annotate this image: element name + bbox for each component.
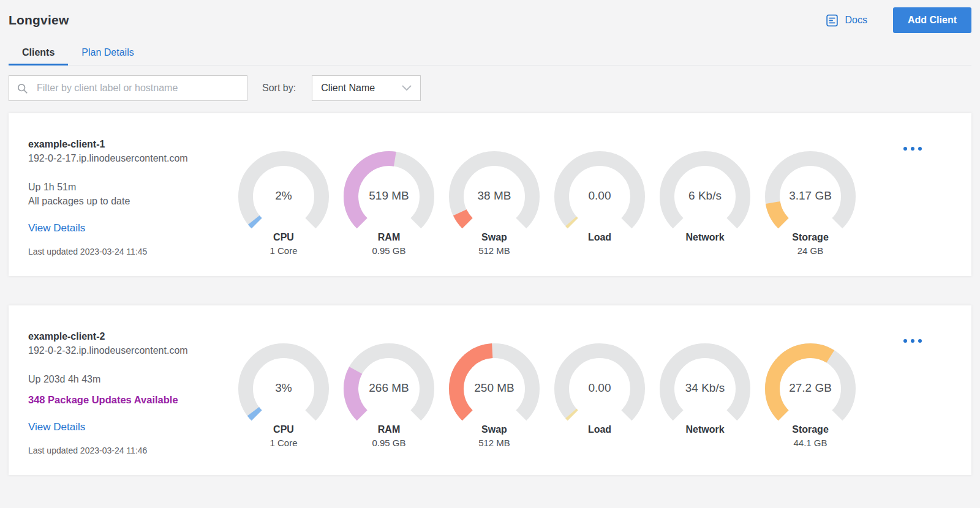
- gauge-value: 0.00: [554, 189, 646, 203]
- gauge-ram: 266 MBRAM0.95 GB: [343, 343, 435, 458]
- docs-label: Docs: [845, 15, 867, 26]
- client-name: example-client-1: [28, 137, 233, 151]
- client-last-updated: Last updated 2023-03-24 11:46: [28, 444, 233, 458]
- kebab-dot: [918, 147, 922, 151]
- client-packages: All packages up to date: [28, 194, 233, 208]
- gauge-sublabel: 512 MB: [448, 437, 540, 449]
- tab-plan-details[interactable]: Plan Details: [68, 40, 147, 65]
- gauge-load: 0.00Load: [554, 343, 646, 458]
- chevron-down-icon: [402, 85, 412, 91]
- gauge-labels: Network: [659, 231, 751, 257]
- client-filter-input[interactable]: [36, 82, 239, 94]
- gauge-value: 266 MB: [343, 381, 435, 395]
- gauge-value: 250 MB: [448, 381, 540, 395]
- gauge-value: 3%: [238, 381, 330, 395]
- gauge-value: 6 Kb/s: [659, 189, 751, 203]
- gauge-sublabel: 512 MB: [448, 245, 540, 257]
- page-title: Longview: [9, 13, 69, 28]
- gauge-network: 6 Kb/sNetwork: [659, 151, 751, 259]
- gauge-sublabel: 1 Core: [238, 437, 330, 449]
- gauge-sublabel: 0.95 GB: [343, 245, 435, 257]
- gauge-labels: RAM0.95 GB: [343, 424, 435, 449]
- view-details: View Details: [28, 420, 233, 434]
- gauge-labels: Network: [659, 424, 751, 449]
- gauge-labels: Storage24 GB: [764, 231, 856, 257]
- sort-by-label: Sort by:: [262, 83, 296, 94]
- kebab-dot: [918, 339, 922, 343]
- longview-page: Longview Docs Add Client Clients Plan De…: [0, 0, 980, 475]
- gauge-sublabel: 1 Core: [238, 245, 330, 257]
- gauge-sublabel: [659, 245, 751, 257]
- gauge-network: 34 Kb/sNetwork: [659, 343, 751, 458]
- tab-clients[interactable]: Clients: [9, 40, 68, 65]
- gauge-storage: 27.2 GBStorage44.1 GB: [764, 343, 856, 458]
- client-packages: 348 Package Updates Available: [28, 393, 233, 407]
- gauge-labels: Storage44.1 GB: [764, 424, 856, 449]
- gauge-labels: Swap512 MB: [448, 424, 540, 449]
- gauge-title: Storage: [764, 231, 856, 244]
- gauge-title: CPU: [238, 424, 330, 436]
- gauge-cpu: 2%CPU1 Core: [238, 151, 330, 259]
- gauge-labels: Load: [554, 231, 646, 257]
- search-icon: [17, 83, 28, 94]
- gauge-cpu: 3%CPU1 Core: [238, 343, 330, 458]
- gauge-value: 0.00: [554, 381, 646, 395]
- gauge-value: 519 MB: [343, 189, 435, 203]
- client-uptime: Up 203d 4h 43m: [28, 372, 233, 386]
- gauge-sublabel: [554, 437, 646, 449]
- docs-link[interactable]: Docs: [824, 13, 867, 28]
- kebab-dot: [911, 339, 914, 343]
- view-details-link[interactable]: View Details: [28, 222, 85, 234]
- gauge-row: 3%CPU1 Core266 MBRAM0.95 GB250 MBSwap512…: [238, 323, 856, 458]
- gauge-sublabel: [554, 245, 646, 257]
- gauge-title: Swap: [448, 231, 540, 244]
- gauge-title: Storage: [764, 424, 856, 436]
- view-details: View Details: [28, 221, 233, 235]
- client-name: example-client-2: [28, 329, 233, 343]
- sort-select-value: Client Name: [321, 83, 375, 94]
- tab-bar: Clients Plan Details: [9, 40, 971, 65]
- client-list: example-client-1 192-0-2-17.ip.linodeuse…: [9, 113, 971, 475]
- gauge-sublabel: 24 GB: [764, 245, 856, 257]
- client-actions-menu[interactable]: [900, 144, 925, 154]
- kebab-dot: [903, 147, 907, 151]
- client-card: example-client-2 192-0-2-32.ip.linodeuse…: [9, 305, 971, 475]
- add-client-button[interactable]: Add Client: [893, 7, 971, 33]
- gauge-labels: Swap512 MB: [448, 231, 540, 257]
- filter-row: Sort by: Client Name: [9, 75, 971, 101]
- client-actions-menu[interactable]: [900, 336, 925, 346]
- gauge-title: Swap: [448, 424, 540, 436]
- kebab-dot: [911, 147, 914, 151]
- gauge-storage: 3.17 GBStorage24 GB: [764, 151, 856, 259]
- gauge-title: RAM: [343, 231, 435, 244]
- gauge-title: Load: [554, 231, 646, 244]
- gauge-labels: CPU1 Core: [238, 424, 330, 449]
- gauge-value: 27.2 GB: [764, 381, 856, 395]
- gauge-value: 3.17 GB: [764, 189, 856, 203]
- header-actions: Docs Add Client: [824, 7, 971, 33]
- gauge-load: 0.00Load: [554, 151, 646, 259]
- gauge-sublabel: [659, 437, 751, 449]
- client-info: example-client-2 192-0-2-32.ip.linodeuse…: [28, 323, 233, 458]
- search-box: [9, 75, 247, 101]
- gauge-ram: 519 MBRAM0.95 GB: [343, 151, 435, 259]
- gauge-sublabel: 0.95 GB: [343, 437, 435, 449]
- gauge-labels: CPU1 Core: [238, 231, 330, 257]
- gauge-labels: Load: [554, 424, 646, 449]
- gauge-row: 2%CPU1 Core519 MBRAM0.95 GB38 MBSwap512 …: [238, 130, 856, 259]
- client-last-updated: Last updated 2023-03-24 11:45: [28, 245, 233, 259]
- gauge-value: 38 MB: [448, 189, 540, 203]
- gauge-sublabel: 44.1 GB: [764, 437, 856, 449]
- gauge-swap: 38 MBSwap512 MB: [448, 151, 540, 259]
- gauge-swap: 250 MBSwap512 MB: [448, 343, 540, 458]
- gauge-title: Load: [554, 424, 646, 436]
- gauge-title: Network: [659, 424, 751, 436]
- gauge-value: 34 Kb/s: [659, 381, 751, 395]
- client-hostname: 192-0-2-32.ip.linodeusercontent.com: [28, 343, 233, 357]
- client-uptime: Up 1h 51m: [28, 180, 233, 194]
- gauge-title: CPU: [238, 231, 330, 244]
- docs-icon: [824, 13, 840, 28]
- gauge-labels: RAM0.95 GB: [343, 231, 435, 257]
- view-details-link[interactable]: View Details: [28, 421, 85, 433]
- sort-select[interactable]: Client Name: [312, 75, 421, 101]
